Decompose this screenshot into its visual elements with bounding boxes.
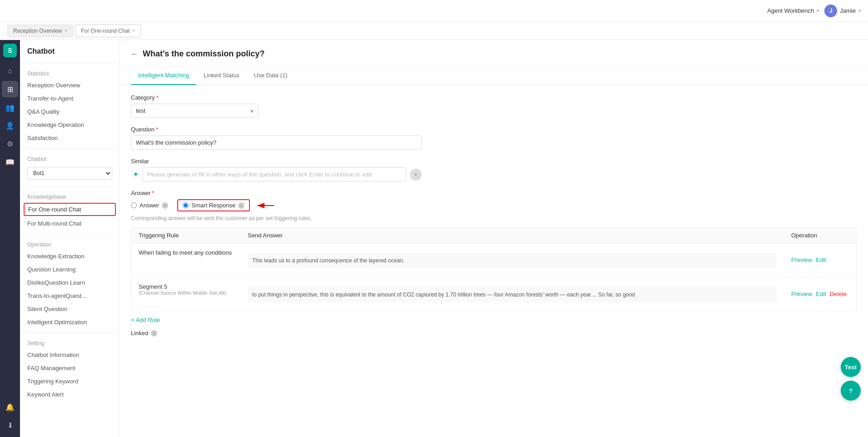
sidebar-item-faq-management[interactable]: FAQ Management bbox=[20, 362, 120, 375]
category-label: Category * bbox=[131, 94, 857, 101]
nav-home-icon[interactable]: ⌂ bbox=[2, 63, 18, 79]
smart-response-info-icon[interactable]: i bbox=[238, 202, 244, 209]
linked-info-icon[interactable]: i bbox=[151, 330, 157, 337]
tabbar: Reception Overview × For One-round Chat … bbox=[0, 22, 868, 40]
knowledgebase-section-label: Knowledgebase bbox=[20, 190, 120, 202]
add-rule-label: + Add Rule bbox=[131, 316, 160, 323]
answer-radio-option[interactable]: Answer i bbox=[131, 202, 168, 209]
nav-grid-icon[interactable]: ⊞ bbox=[2, 81, 18, 97]
sidebar-divider-3 bbox=[20, 186, 120, 186]
answer-radio[interactable] bbox=[131, 202, 137, 208]
app-logo[interactable]: S bbox=[3, 44, 17, 57]
floating-buttons: Test ? bbox=[841, 357, 861, 401]
sidebar: Chatbot Statistics Reception Overview Tr… bbox=[20, 40, 120, 437]
tab-intelligent-matching[interactable]: Intelligent Matching bbox=[131, 66, 196, 85]
setting-section-label: Setting bbox=[20, 337, 120, 348]
sidebar-item-triggering-keyword[interactable]: Triggering Keyword bbox=[20, 375, 120, 388]
tab-one-round-close-icon[interactable]: × bbox=[133, 28, 135, 33]
question-group: Question * bbox=[131, 126, 857, 150]
content-area: ← What's the commission policy? Intellig… bbox=[120, 40, 868, 437]
agent-workbench-selector[interactable]: Agent Workbench ▾ bbox=[767, 7, 819, 14]
operation-cell-1: Preview Edit bbox=[784, 244, 857, 269]
sidebar-item-dislike-question-learn[interactable]: DislikeQuestion Learn bbox=[20, 276, 120, 289]
sidebar-item-intelligent-optimization[interactable]: Intelligent Optimization bbox=[20, 316, 120, 329]
preview-button-2[interactable]: Preview bbox=[791, 291, 812, 297]
page-title: What's the commission policy? bbox=[143, 49, 264, 59]
tab-one-round-label: For One-round Chat bbox=[81, 28, 130, 34]
user-name-label: Jamie bbox=[840, 7, 856, 14]
back-button[interactable]: ← bbox=[131, 50, 138, 58]
tab-linked-status[interactable]: Linked Status bbox=[196, 66, 247, 85]
topbar: Agent Workbench ▾ J Jamie ▾ bbox=[0, 0, 868, 22]
answer-text-1: This leads us to a profound consequence … bbox=[248, 253, 777, 268]
agent-chevron-icon: ▾ bbox=[817, 8, 819, 13]
sidebar-item-satisfaction[interactable]: Satisfaction bbox=[20, 131, 120, 145]
answer-required-star: * bbox=[152, 190, 154, 196]
sidebar-item-reception-overview[interactable]: Reception Overview bbox=[20, 79, 120, 92]
category-select-wrapper: test general policy bbox=[131, 104, 258, 118]
linked-section: Linked i bbox=[131, 328, 857, 338]
main-layout: S ⌂ ⊞ 👥 👤 ⚙ 📖 🔔 ⬇ Chatbot Statistics Rec… bbox=[0, 40, 868, 437]
answer-info-icon[interactable]: i bbox=[162, 202, 168, 209]
answer-text-2: to put things in perspective, this is eq… bbox=[248, 287, 777, 302]
agent-workbench-label: Agent Workbench bbox=[767, 7, 814, 14]
avatar: J bbox=[824, 5, 837, 17]
similar-input[interactable] bbox=[142, 167, 406, 181]
rules-table-header: Triggering Rule Send Answer Operation bbox=[131, 227, 857, 244]
nav-bell-icon[interactable]: 🔔 bbox=[2, 399, 18, 415]
sidebar-divider-2 bbox=[20, 148, 120, 149]
sidebar-item-trans-to-agent-quest[interactable]: Trans-to-agentQuest... bbox=[20, 289, 120, 302]
answer-group: Answer * Answer i Smart Response bbox=[131, 190, 857, 338]
chatbot-section-label: Chatbot bbox=[20, 152, 120, 164]
rules-table: Triggering Rule Send Answer Operation Wh… bbox=[131, 227, 857, 312]
category-select[interactable]: test general policy bbox=[131, 104, 258, 118]
operation-section-label: Operation bbox=[20, 238, 120, 250]
category-required-star: * bbox=[156, 94, 159, 101]
preview-button-1[interactable]: Preview bbox=[791, 256, 812, 263]
answer-radio-label: Answer bbox=[140, 202, 159, 209]
nav-book-icon[interactable]: 📖 bbox=[2, 154, 18, 170]
add-rule-button[interactable]: + Add Rule bbox=[131, 312, 857, 328]
nav-download-icon[interactable]: ⬇ bbox=[2, 417, 18, 433]
sidebar-item-question-learning[interactable]: Question Learning bbox=[20, 263, 120, 276]
tab-reception-close-icon[interactable]: × bbox=[65, 28, 67, 33]
smart-response-radio[interactable] bbox=[183, 202, 189, 208]
table-row: Segment 5 (Channel Source Within Mobile … bbox=[131, 278, 857, 311]
chatbot-select[interactable]: Bot1 Bot2 Bot3 bbox=[27, 167, 112, 180]
similar-spark-icon: ✦ bbox=[133, 170, 139, 179]
sidebar-item-silent-question[interactable]: Silent Question bbox=[20, 302, 120, 316]
sidebar-item-transfer-to-agent[interactable]: Transfer-to-Agent bbox=[20, 92, 120, 105]
edit-button-1[interactable]: Edit bbox=[816, 256, 826, 263]
delete-button-2[interactable]: Delete bbox=[830, 291, 847, 297]
col-send-answer: Send Answer bbox=[240, 227, 784, 243]
icon-nav: S ⌂ ⊞ 👥 👤 ⚙ 📖 🔔 ⬇ bbox=[0, 40, 20, 437]
question-label: Question * bbox=[131, 126, 857, 133]
col-triggering-rule: Triggering Rule bbox=[131, 227, 240, 243]
tab-one-round-chat[interactable]: For One-round Chat × bbox=[75, 25, 141, 37]
sidebar-title: Chatbot bbox=[20, 40, 120, 59]
sidebar-item-for-one-round-chat[interactable]: For One-round Chat bbox=[24, 203, 116, 216]
tab-use-data[interactable]: Use Data (1) bbox=[247, 66, 295, 85]
edit-button-2[interactable]: Edit bbox=[816, 291, 826, 297]
nav-person-icon[interactable]: 👤 bbox=[2, 117, 18, 134]
smart-response-radio-option[interactable]: Smart Response i bbox=[183, 202, 244, 209]
user-menu[interactable]: J Jamie ▾ bbox=[824, 5, 861, 17]
test-float-button[interactable]: Test bbox=[841, 357, 861, 377]
sidebar-item-chatbot-information[interactable]: Chatbot Information bbox=[20, 348, 120, 362]
statistics-section-label: Statistics bbox=[20, 67, 120, 79]
sidebar-item-for-multi-round-chat[interactable]: For Multi-round Chat bbox=[20, 217, 120, 230]
nav-contacts-icon[interactable]: 👥 bbox=[2, 99, 18, 116]
similar-add-button[interactable]: + bbox=[410, 169, 422, 181]
tab-reception-overview[interactable]: Reception Overview × bbox=[7, 25, 73, 37]
sidebar-item-qa-quality[interactable]: Q&A Quality bbox=[20, 105, 120, 118]
sidebar-item-knowledge-extraction[interactable]: Knowledge Extraction bbox=[20, 250, 120, 263]
sidebar-item-keyword-alert[interactable]: Keyword Alert bbox=[20, 388, 120, 401]
sidebar-divider-4 bbox=[20, 234, 120, 234]
nav-settings-icon[interactable]: ⚙ bbox=[2, 136, 18, 152]
smart-response-label: Smart Response bbox=[191, 202, 235, 209]
col-operation: Operation bbox=[784, 227, 857, 243]
similar-input-wrapper: ✦ + bbox=[131, 167, 422, 181]
question-input[interactable] bbox=[131, 136, 422, 150]
help-float-button[interactable]: ? bbox=[841, 381, 861, 401]
sidebar-item-knowledge-operation[interactable]: Knowledge Operation bbox=[20, 118, 120, 131]
